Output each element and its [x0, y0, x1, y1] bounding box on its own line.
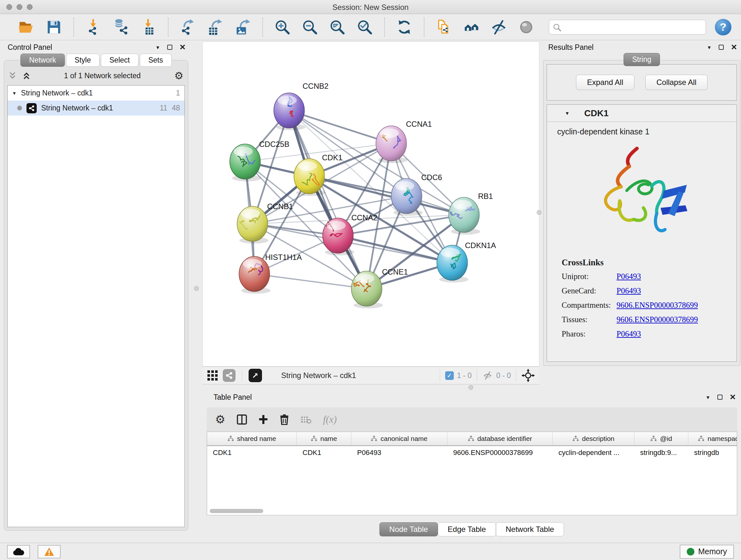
- column-header-namespace[interactable]: namespace: [688, 432, 737, 445]
- crosslink-link-genecard[interactable]: P06493: [616, 287, 641, 295]
- column-header-name[interactable]: name: [297, 432, 351, 445]
- panel-float-icon[interactable]: [719, 45, 724, 50]
- tab-select[interactable]: Select: [101, 54, 138, 67]
- show-columns-icon[interactable]: [237, 414, 247, 425]
- gene-section-header[interactable]: ▼ CDK1: [547, 105, 737, 122]
- network-share-icon[interactable]: [223, 369, 235, 382]
- cloud-status-button[interactable]: [7, 545, 30, 558]
- panel-close-icon[interactable]: ✕: [731, 44, 737, 51]
- delete-column-icon[interactable]: [280, 414, 289, 425]
- share-session-icon[interactable]: [435, 19, 452, 36]
- hide-results-icon[interactable]: [490, 19, 507, 36]
- panel-float-icon[interactable]: [718, 395, 723, 400]
- table-cell[interactable]: CDK1: [207, 449, 297, 457]
- network-canvas[interactable]: CCNB2CCNA1CDC25BCDK1CDC6RB1CCNB1CCNA2CDK…: [202, 42, 539, 367]
- gene-expander-icon[interactable]: ▼: [565, 111, 569, 116]
- import-database-icon[interactable]: [113, 19, 129, 36]
- table-cell[interactable]: P06493: [351, 449, 448, 457]
- tab-network[interactable]: Network: [20, 54, 64, 67]
- left-splitter-handle[interactable]: [194, 286, 199, 291]
- tab-string[interactable]: String: [623, 53, 660, 66]
- tree-expander-icon[interactable]: ▼: [12, 91, 17, 96]
- fit-selected-crosshair-icon[interactable]: [522, 369, 535, 382]
- export-image-icon[interactable]: [234, 19, 251, 36]
- zoom-fit-icon[interactable]: [329, 19, 346, 36]
- panel-menu-caret-icon[interactable]: ▼: [705, 395, 711, 400]
- expand-all-icon[interactable]: [23, 71, 30, 80]
- edge-CCNB2-CCNE1[interactable]: [289, 111, 367, 289]
- crosslink-link-pharos[interactable]: P06493: [616, 329, 641, 338]
- open-session-icon[interactable]: [18, 19, 35, 36]
- zoom-selected-icon[interactable]: [356, 19, 373, 36]
- crosslink-link-compartments[interactable]: 9606.ENSP00000378699: [616, 301, 698, 310]
- search-input[interactable]: [549, 20, 706, 35]
- panel-close-icon[interactable]: ✕: [179, 44, 186, 51]
- network-type-icon: [26, 103, 37, 113]
- crosslink-link-tissues[interactable]: 9606.ENSP00000378699: [616, 315, 698, 324]
- open-in-window-icon[interactable]: [249, 369, 262, 382]
- warning-status-button[interactable]: [38, 545, 61, 558]
- add-column-icon[interactable]: [259, 415, 268, 425]
- network-options-gear-icon[interactable]: ⚙: [174, 71, 184, 81]
- tab-style[interactable]: Style: [66, 54, 99, 67]
- toolbar-separator: [168, 17, 169, 37]
- tab-sets[interactable]: Sets: [140, 54, 172, 67]
- selected-checkbox-icon[interactable]: ✓: [445, 371, 454, 380]
- table-cell[interactable]: CDK1: [297, 449, 351, 457]
- crosslink-label: Pharos:: [562, 329, 616, 338]
- right-splitter-handle[interactable]: [537, 210, 542, 215]
- save-session-icon[interactable]: [46, 19, 62, 36]
- panel-menu-caret-icon[interactable]: ▼: [707, 45, 712, 50]
- table-row[interactable]: CDK1CDK1P064939606.ENSP00000378699cyclin…: [207, 446, 737, 459]
- collapse-all-button[interactable]: Collapse All: [645, 75, 708, 90]
- panel-close-icon[interactable]: ✕: [730, 393, 736, 401]
- network-edge-count: 48: [172, 104, 180, 112]
- tab-node-table[interactable]: Node Table: [380, 522, 438, 537]
- hidden-eye-slash-icon[interactable]: [482, 371, 493, 380]
- table-horizontal-scrollbar[interactable]: [210, 509, 263, 513]
- node-gloss: [278, 96, 297, 105]
- tab-network-table[interactable]: Network Table: [496, 522, 564, 537]
- table-cell[interactable]: 9606.ENSP00000378699: [448, 449, 553, 457]
- delete-table-icon: [300, 415, 312, 424]
- edge-HIST1H1A-CCNE1[interactable]: [254, 274, 367, 289]
- string-homes-icon[interactable]: [463, 19, 480, 36]
- show-results-icon[interactable]: [518, 19, 535, 36]
- column-header-shared-name[interactable]: shared name: [207, 432, 297, 445]
- column-header-description[interactable]: description: [553, 432, 634, 445]
- table-cell[interactable]: cyclin-dependent ...: [553, 449, 634, 457]
- column-header-canonical-name[interactable]: canonical name: [351, 432, 448, 445]
- toolbar-separator: [73, 17, 74, 37]
- help-button[interactable]: ?: [715, 19, 731, 36]
- panel-menu-caret-icon[interactable]: ▼: [155, 45, 160, 50]
- gene-description: cyclin-dependent kinase 1: [547, 122, 737, 138]
- node-gloss: [243, 259, 262, 268]
- refresh-icon[interactable]: [396, 19, 413, 36]
- node-gloss: [441, 248, 460, 257]
- export-table-icon[interactable]: [207, 19, 224, 36]
- column-header--id[interactable]: @id: [634, 432, 688, 445]
- network-selection-status: 1 of 1 Network selected: [37, 71, 168, 80]
- tab-edge-table[interactable]: Edge Table: [438, 522, 496, 537]
- zoom-out-icon[interactable]: [301, 19, 318, 36]
- network-collection-row[interactable]: ▼ String Network – cdk1 1: [8, 85, 185, 101]
- collapse-all-icon[interactable]: [9, 71, 16, 80]
- memory-button[interactable]: Memory: [680, 545, 734, 559]
- import-table-icon[interactable]: [140, 19, 157, 36]
- table-cell[interactable]: stringdb: [688, 449, 737, 457]
- bottom-splitter-handle[interactable]: [468, 385, 473, 390]
- table-options-gear-icon[interactable]: ⚙: [215, 414, 225, 425]
- crosslink-link-uniprot[interactable]: P06493: [616, 272, 641, 281]
- panel-float-icon[interactable]: [167, 45, 172, 50]
- network-row[interactable]: String Network – cdk1 11 48: [8, 101, 185, 116]
- export-network-icon[interactable]: [180, 19, 196, 36]
- zoom-in-icon[interactable]: [274, 19, 291, 36]
- table-cell[interactable]: stringdb:9...: [634, 449, 688, 457]
- hidden-node-edge-counts: 0 - 0: [496, 371, 511, 380]
- edge-CCNA2-CDKN1A[interactable]: [338, 236, 452, 263]
- birds-eye-grid-icon[interactable]: [207, 370, 218, 381]
- import-network-icon[interactable]: [85, 19, 102, 36]
- column-header-database-identifier[interactable]: database identifier: [448, 432, 553, 445]
- expand-all-button[interactable]: Expand All: [576, 75, 634, 90]
- control-panel-title: Control Panel: [8, 43, 52, 52]
